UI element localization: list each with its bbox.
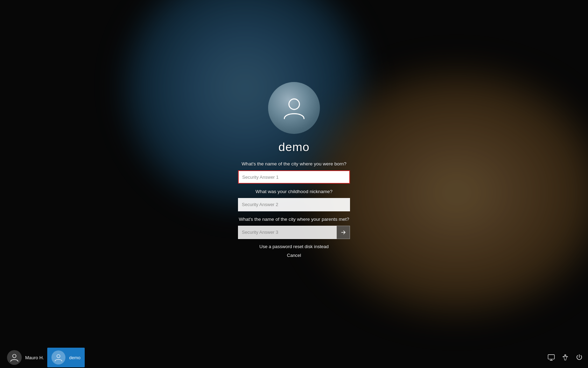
user-icon-mauro	[9, 353, 19, 362]
svg-point-0	[289, 99, 299, 109]
security-answer-3-input[interactable]	[238, 226, 337, 239]
accessibility-icon-button[interactable]	[561, 354, 569, 361]
security-answer-2-input[interactable]	[238, 198, 350, 211]
user-tile-demo[interactable]: demo	[47, 348, 85, 367]
user-avatar-icon	[281, 95, 307, 121]
svg-rect-3	[548, 355, 554, 359]
svg-point-2	[57, 355, 60, 358]
security-answer-1-input[interactable]	[238, 170, 350, 184]
user-name-demo: demo	[69, 355, 80, 360]
display-icon-button[interactable]	[547, 354, 555, 361]
submit-button[interactable]	[337, 226, 350, 239]
security-answer-3-row	[238, 226, 350, 239]
security-form: What's the name of the city where you we…	[238, 161, 350, 258]
cancel-link[interactable]: Cancel	[287, 253, 301, 258]
reset-disk-link[interactable]: Use a password reset disk instead	[259, 244, 329, 249]
svg-point-4	[565, 355, 566, 356]
security-question-3: What's the name of the city where your p…	[238, 216, 350, 223]
accessibility-icon	[561, 354, 569, 361]
svg-point-1	[13, 354, 16, 358]
display-icon	[547, 354, 555, 361]
avatar	[268, 82, 320, 134]
security-question-1: What's the name of the city where you we…	[238, 161, 350, 168]
main-content: demo What's the name of the city where y…	[0, 0, 588, 368]
arrow-right-icon	[340, 229, 346, 236]
power-icon	[575, 354, 583, 361]
username-label: demo	[278, 140, 309, 154]
security-question-2: What was your childhood nickname?	[238, 189, 350, 195]
user-avatar-demo	[51, 350, 65, 364]
user-name-mauro: Mauro H.	[25, 355, 44, 360]
power-icon-button[interactable]	[575, 354, 583, 361]
user-tile-mauro[interactable]: Mauro H.	[4, 347, 47, 368]
bottom-bar: Mauro H. demo	[0, 347, 588, 368]
user-avatar-mauro	[7, 350, 22, 365]
bottom-right-icons	[542, 347, 588, 368]
user-icon-demo	[54, 353, 63, 362]
